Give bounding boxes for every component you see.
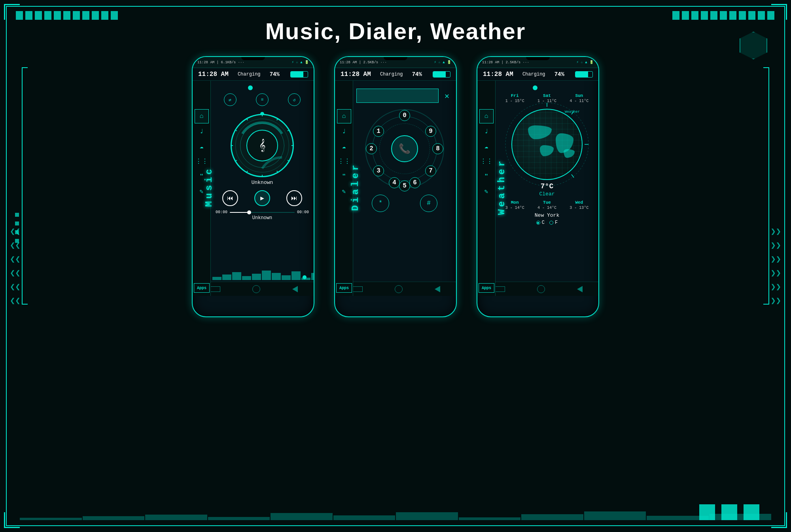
dialer-sidebar-music[interactable]: ♩ bbox=[337, 124, 351, 138]
hud-corner-br bbox=[771, 512, 787, 528]
eq-bar-9 bbox=[291, 271, 301, 280]
dialer-close-button[interactable]: ✕ bbox=[441, 90, 453, 102]
play-button[interactable]: ▶ bbox=[254, 190, 270, 206]
dial-2[interactable]: 2 bbox=[366, 143, 377, 154]
chevron-left-3: ❮❮ bbox=[10, 254, 21, 265]
dialer-sidebar-cloud[interactable]: ☁ bbox=[337, 139, 351, 153]
weather-sidebar-edit[interactable]: ✎ bbox=[479, 184, 494, 199]
weather-sidebar-quote[interactable]: ❝ bbox=[479, 169, 494, 184]
celsius-option[interactable]: C bbox=[536, 220, 545, 225]
dialer-nav-circle[interactable] bbox=[395, 285, 403, 293]
weather-nav-back[interactable] bbox=[577, 286, 583, 292]
wed-temp: 3 - 13°C bbox=[570, 206, 589, 210]
weather-nav-circle[interactable] bbox=[537, 285, 545, 293]
dial-7[interactable]: 7 bbox=[425, 165, 436, 176]
beq-2 bbox=[83, 516, 145, 520]
prev-button[interactable]: ⏮ bbox=[222, 190, 238, 206]
svg-line-7 bbox=[235, 130, 237, 131]
sun-label: Sun bbox=[575, 93, 583, 98]
chevron-left-4: ❮❮ bbox=[10, 268, 21, 278]
weather-sidebar: ⌂ ♩ ☁ ⋮⋮ ❝ ✎ Apps bbox=[477, 81, 496, 296]
music-sidebar-music[interactable]: ♩ bbox=[195, 124, 209, 138]
dialer-call-button[interactable]: 📞 bbox=[391, 135, 418, 162]
dialer-sidebar-edit[interactable]: ✎ bbox=[337, 184, 351, 199]
weather-sidebar-cloud[interactable]: ☁ bbox=[479, 139, 494, 153]
music-phone-wrapper: Music 11:28 AM | 6.1KB/s ··· ⚡ ☆ ▲ 🔋 11:… bbox=[192, 56, 314, 317]
dialer-sidebar-quote[interactable]: ❝ bbox=[337, 169, 351, 184]
dialer-circle: 📞 0 1 2 3 4 bbox=[365, 109, 444, 188]
repeat-button[interactable]: ↺ bbox=[288, 93, 301, 106]
dialer-charge-percent: 74% bbox=[412, 71, 422, 78]
music-sidebar-apps[interactable]: Apps bbox=[194, 283, 210, 293]
dialer-sidebar-grid[interactable]: ⋮⋮ bbox=[337, 154, 351, 168]
sat-label: Sat bbox=[543, 93, 551, 98]
dial-6[interactable]: 6 bbox=[409, 177, 420, 188]
weather-sidebar-home[interactable]: ⌂ bbox=[479, 109, 494, 123]
queue-button[interactable]: ≡ bbox=[256, 93, 269, 106]
shuffle-button[interactable]: ⇄ bbox=[224, 93, 237, 106]
eq-bar-1 bbox=[212, 277, 221, 280]
bottom-eq-decoration bbox=[20, 509, 771, 520]
dialer-charge-fill bbox=[433, 72, 446, 77]
dial-9[interactable]: 9 bbox=[425, 126, 436, 137]
frame-bracket-left bbox=[22, 67, 28, 305]
weather-status-icons: ⚡ ☆ ▲ 🔋 bbox=[577, 60, 594, 64]
music-charge-time: 11:28 AM bbox=[198, 71, 229, 78]
weather-sidebar-apps[interactable]: Apps bbox=[479, 283, 494, 293]
weather-phone: 11:28 AM | 2.5KB/s ··· ⚡ ☆ ▲ 🔋 11:28 AM … bbox=[477, 56, 599, 317]
wed-label: Wed bbox=[575, 200, 583, 205]
dialer-number-input[interactable] bbox=[356, 89, 439, 103]
next-button[interactable]: ⏭ bbox=[286, 190, 302, 206]
music-sidebar-home[interactable]: ⌂ bbox=[195, 109, 209, 123]
weather-sidebar-grid[interactable]: ⋮⋮ bbox=[479, 154, 494, 168]
dialer-nav-back[interactable] bbox=[435, 286, 440, 292]
fahrenheit-label: F bbox=[555, 220, 558, 225]
dot-1 bbox=[15, 213, 19, 217]
nav-circle-button[interactable] bbox=[252, 285, 260, 293]
dots-decoration-left bbox=[15, 213, 19, 243]
dialer-main-content: ✕ 📞 0 1 bbox=[353, 81, 456, 296]
beq-11 bbox=[647, 516, 709, 520]
svg-line-1 bbox=[288, 160, 290, 161]
fahrenheit-radio[interactable] bbox=[549, 221, 553, 225]
song-title: Unknown bbox=[252, 180, 273, 186]
dial-1[interactable]: 1 bbox=[373, 126, 384, 137]
dial-star-button[interactable]: * bbox=[372, 195, 389, 212]
chevron-right-6: ❯❯ bbox=[771, 295, 782, 306]
music-top-dot bbox=[248, 85, 253, 90]
music-status-icons: ⚡ ☆ ▲ 🔋 bbox=[292, 60, 309, 64]
dot-3 bbox=[15, 230, 19, 234]
progress-fill bbox=[230, 212, 249, 213]
hud-corner-bl bbox=[4, 512, 20, 528]
dialer-sidebar-apps[interactable]: Apps bbox=[336, 283, 352, 293]
dialer-sidebar-home[interactable]: ⌂ bbox=[337, 109, 351, 123]
dial-0[interactable]: 0 bbox=[399, 110, 410, 121]
weather-sidebar-music[interactable]: ♩ bbox=[479, 124, 494, 138]
chevron-right-1: ❯❯ bbox=[771, 226, 782, 237]
temp-unit-row: C F bbox=[536, 220, 558, 225]
chevron-right-2: ❯❯ bbox=[771, 240, 782, 251]
weather-apps-label: Apps bbox=[482, 286, 491, 290]
beq-1 bbox=[20, 518, 82, 520]
city-label: New York bbox=[535, 212, 559, 218]
progress-bar[interactable] bbox=[230, 212, 295, 213]
chevron-left-6: ❮❮ bbox=[10, 295, 21, 306]
eq-bar-11 bbox=[311, 273, 314, 280]
weather-charge-fill bbox=[575, 72, 588, 77]
weather-globe-sphere bbox=[511, 109, 583, 180]
eq-bar-2 bbox=[222, 275, 231, 280]
dial-4[interactable]: 4 bbox=[389, 177, 400, 188]
celsius-radio[interactable] bbox=[536, 221, 540, 225]
music-notch bbox=[241, 57, 265, 60]
beq-10 bbox=[584, 511, 646, 520]
dial-5[interactable]: 5 bbox=[399, 180, 410, 191]
forecast-wed: Wed 3 - 13°C bbox=[570, 200, 589, 210]
dial-3[interactable]: 3 bbox=[373, 165, 384, 176]
beq-4 bbox=[208, 517, 270, 520]
dial-8[interactable]: 8 bbox=[432, 143, 443, 154]
music-sidebar-cloud[interactable]: ☁ bbox=[195, 139, 209, 153]
dial-hash-button[interactable]: # bbox=[420, 195, 437, 212]
nav-back-button[interactable] bbox=[292, 286, 298, 292]
progress-row: 00:00 00:00 bbox=[214, 210, 310, 214]
fahrenheit-option[interactable]: F bbox=[549, 220, 558, 225]
